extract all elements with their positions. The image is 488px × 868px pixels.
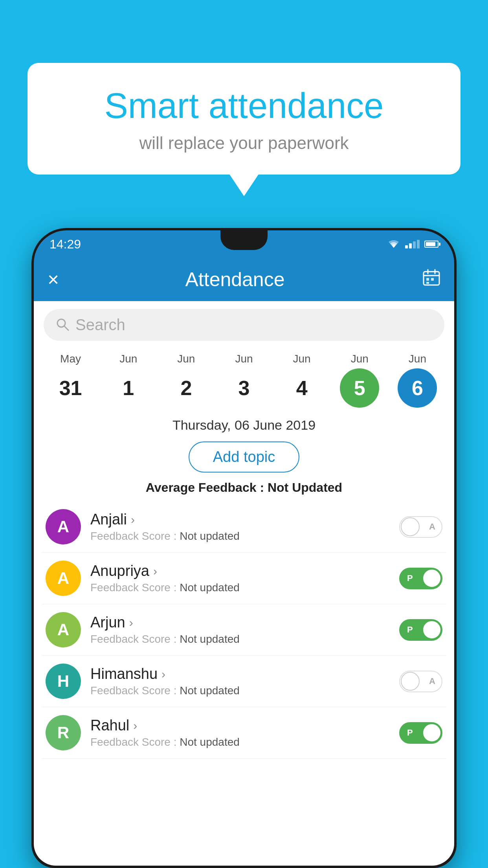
toggle-thumb — [401, 672, 420, 691]
student-name[interactable]: Anjali › — [90, 511, 390, 528]
chevron-icon: › — [131, 513, 135, 526]
phone-screen: Search May31Jun1Jun2Jun3Jun4Jun5Jun6 Thu… — [34, 301, 454, 866]
cal-date-number: 5 — [340, 368, 379, 408]
toggle-label: P — [407, 573, 413, 583]
wifi-icon — [387, 239, 400, 249]
avg-feedback-value: Not Updated — [268, 480, 342, 495]
search-icon — [55, 317, 70, 333]
app-bar-title: Attendance — [71, 268, 399, 291]
cal-date-number: 4 — [282, 368, 321, 408]
close-button[interactable]: × — [48, 268, 71, 291]
cal-month-label: Jun — [119, 353, 137, 365]
phone-notch — [220, 230, 268, 250]
speech-bubble: Smart attendance will replace your paper… — [28, 63, 460, 175]
cal-month-label: Jun — [177, 353, 195, 365]
student-info: Himanshu ›Feedback Score : Not updated — [90, 666, 390, 697]
student-info: Arjun ›Feedback Score : Not updated — [90, 614, 390, 645]
feedback-score: Feedback Score : Not updated — [90, 633, 390, 645]
toggle-thumb — [422, 569, 441, 588]
cal-date-number: 3 — [224, 368, 264, 408]
selected-date: Thursday, 06 June 2019 — [34, 410, 454, 437]
svg-rect-5 — [431, 278, 434, 281]
cal-month-label: Jun — [351, 353, 369, 365]
attendance-toggle[interactable]: P — [399, 619, 442, 641]
avatar[interactable]: A — [46, 612, 81, 647]
calendar-strip: May31Jun1Jun2Jun3Jun4Jun5Jun6 — [34, 347, 454, 410]
feedback-score: Feedback Score : Not updated — [90, 684, 390, 697]
search-bar[interactable]: Search — [44, 309, 444, 341]
student-name[interactable]: Rahul › — [90, 717, 390, 734]
student-item: HHimanshu ›Feedback Score : Not updatedA — [42, 656, 446, 707]
chevron-icon: › — [133, 719, 137, 732]
chevron-icon: › — [161, 668, 165, 681]
svg-line-8 — [64, 326, 68, 330]
calendar-day[interactable]: Jun3 — [220, 353, 268, 408]
phone-frame: 14:29 — [31, 228, 457, 868]
calendar-day[interactable]: May31 — [47, 353, 94, 408]
speech-bubble-subtitle: will replace your paperwork — [51, 133, 437, 153]
avatar[interactable]: R — [46, 715, 81, 750]
toggle-track: P — [399, 722, 442, 744]
student-list: AAnjali ›Feedback Score : Not updatedAAA… — [34, 501, 454, 759]
attendance-toggle[interactable]: A — [399, 516, 442, 538]
svg-rect-6 — [426, 282, 429, 284]
calendar-day[interactable]: Jun2 — [163, 353, 210, 408]
student-item: AAnjali ›Feedback Score : Not updatedA — [42, 501, 446, 553]
battery-icon — [424, 241, 438, 248]
cal-date-number: 2 — [167, 368, 206, 408]
calendar-day[interactable]: Jun1 — [105, 353, 152, 408]
toggle-track: A — [399, 671, 442, 692]
student-info: Anupriya ›Feedback Score : Not updated — [90, 563, 390, 594]
add-topic-button[interactable]: Add topic — [189, 441, 299, 473]
cal-month-label: May — [60, 353, 81, 365]
attendance-toggle[interactable]: P — [399, 568, 442, 589]
search-input-placeholder: Search — [75, 316, 125, 334]
svg-rect-4 — [426, 278, 429, 281]
toggle-track: P — [399, 619, 442, 641]
calendar-day[interactable]: Jun6 — [394, 353, 441, 408]
cal-month-label: Jun — [235, 353, 253, 365]
cal-month-label: Jun — [409, 353, 426, 365]
app-bar: × Attendance — [34, 258, 454, 301]
toggle-thumb — [422, 723, 441, 742]
student-info: Anjali ›Feedback Score : Not updated — [90, 511, 390, 542]
toggle-thumb — [422, 620, 441, 639]
feedback-score: Feedback Score : Not updated — [90, 530, 390, 542]
status-time: 14:29 — [50, 237, 81, 252]
avatar[interactable]: A — [46, 509, 81, 544]
cal-date-number: 1 — [109, 368, 148, 408]
chevron-icon: › — [153, 565, 157, 578]
student-info: Rahul ›Feedback Score : Not updated — [90, 717, 390, 748]
student-item: AAnupriya ›Feedback Score : Not updatedP — [42, 553, 446, 604]
toggle-track: P — [399, 568, 442, 589]
student-item: RRahul ›Feedback Score : Not updatedP — [42, 707, 446, 759]
toggle-label: P — [407, 728, 413, 738]
status-icons — [387, 239, 438, 249]
feedback-score: Feedback Score : Not updated — [90, 581, 390, 594]
toggle-thumb — [401, 517, 420, 536]
speech-bubble-title: Smart attendance — [51, 86, 437, 125]
feedback-score: Feedback Score : Not updated — [90, 736, 390, 748]
status-bar: 14:29 — [34, 230, 454, 258]
calendar-day[interactable]: Jun5 — [336, 353, 383, 408]
avg-feedback: Average Feedback : Not Updated — [34, 477, 454, 501]
attendance-toggle[interactable]: P — [399, 722, 442, 744]
speech-bubble-container: Smart attendance will replace your paper… — [28, 63, 460, 175]
toggle-label: P — [407, 625, 413, 635]
calendar-day[interactable]: Jun4 — [278, 353, 325, 408]
student-name[interactable]: Arjun › — [90, 614, 390, 631]
student-name[interactable]: Anupriya › — [90, 563, 390, 579]
student-item: AArjun ›Feedback Score : Not updatedP — [42, 604, 446, 656]
avatar[interactable]: A — [46, 561, 81, 596]
toggle-label: A — [429, 522, 435, 532]
toggle-label: A — [429, 676, 435, 686]
student-name[interactable]: Himanshu › — [90, 666, 390, 682]
cal-month-label: Jun — [293, 353, 311, 365]
calendar-icon[interactable] — [422, 268, 440, 291]
signal-icon — [405, 240, 420, 248]
attendance-toggle[interactable]: A — [399, 671, 442, 692]
avatar[interactable]: H — [46, 664, 81, 699]
phone-inner: 14:29 — [34, 230, 454, 866]
cal-date-number: 31 — [51, 368, 90, 408]
chevron-icon: › — [129, 616, 133, 629]
